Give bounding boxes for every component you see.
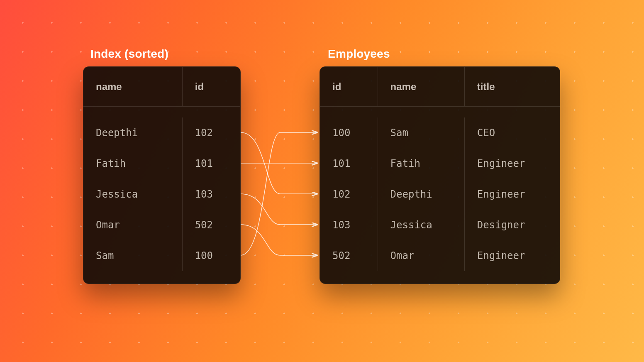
cell-title: Engineer [465,179,560,210]
cell-title: Engineer [465,148,560,179]
table-row: 101 Fatih Engineer [320,148,560,179]
employees-table: id name title 100 Sam CEO 101 Fatih Engi… [320,66,560,284]
connector-line [241,132,317,194]
table-row: Fatih 101 [83,148,240,179]
cell-name: Sam [378,117,465,148]
employees-col-title-header: title [465,67,560,106]
index-table-body: Deepthi 102 Fatih 101 Jessica 103 Omar 5… [83,107,240,284]
cell-title: Engineer [465,240,560,271]
connector-line [241,132,317,255]
table-row: Deepthi 102 [83,117,240,148]
cell-id: 101 [320,148,378,179]
cell-name: Jessica [83,179,183,210]
table-row: Omar 502 [83,210,240,240]
cell-name: Deepthi [378,179,465,210]
table-row: 102 Deepthi Engineer [320,179,560,210]
index-table-header: name id [83,67,240,107]
cell-id: 103 [320,210,378,240]
connector-line [241,225,317,255]
cell-name: Sam [83,240,183,271]
cell-title: CEO [465,117,560,148]
cell-name: Omar [83,210,183,240]
table-row: 103 Jessica Designer [320,210,560,240]
index-col-id-header: id [183,67,240,106]
table-row: Sam 100 [83,240,240,271]
cell-id: 101 [183,148,240,179]
index-col-name-header: name [83,67,183,106]
cell-id: 502 [183,210,240,240]
cell-id: 102 [320,179,378,210]
employees-table-title: Employees [328,47,390,61]
cell-name: Fatih [378,148,465,179]
cell-name: Deepthi [83,117,183,148]
employees-table-body: 100 Sam CEO 101 Fatih Engineer 102 Deept… [320,107,560,284]
cell-title: Designer [465,210,560,240]
employees-table-header: id name title [320,67,560,107]
connector-line [241,194,317,225]
index-table-title: Index (sorted) [90,47,168,61]
table-row: Jessica 103 [83,179,240,210]
table-row: 100 Sam CEO [320,117,560,148]
cell-id: 100 [183,240,240,271]
index-table: name id Deepthi 102 Fatih 101 Jessica 10… [83,66,241,284]
cell-id: 103 [183,179,240,210]
cell-id: 502 [320,240,378,271]
cell-name: Fatih [83,148,183,179]
employees-col-name-header: name [378,67,465,106]
cell-id: 100 [320,117,378,148]
diagram-stage: Index (sorted) Employees name id Deepthi… [0,0,644,362]
cell-name: Omar [378,240,465,271]
employees-col-id-header: id [320,67,378,106]
cell-name: Jessica [378,210,465,240]
table-row: 502 Omar Engineer [320,240,560,271]
cell-id: 102 [183,117,240,148]
